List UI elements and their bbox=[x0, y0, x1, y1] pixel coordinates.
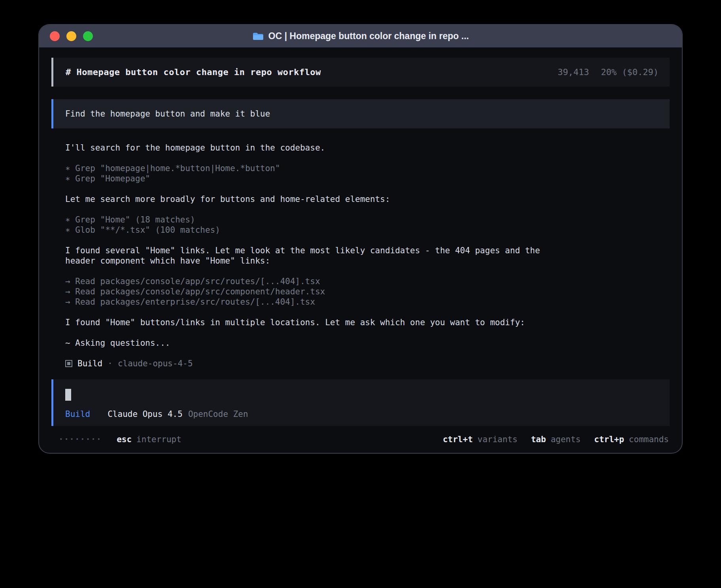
traffic-lights bbox=[50, 25, 93, 47]
context-usage: 20% ($0.29) bbox=[601, 67, 659, 77]
tool-call-read: → Read packages/enterprise/src/routes/[.… bbox=[65, 297, 557, 307]
terminal-content: # Homepage button color change in repo w… bbox=[39, 47, 682, 453]
tool-call-read: → Read packages/console/app/src/componen… bbox=[65, 286, 557, 297]
token-count: 39,413 bbox=[558, 67, 589, 77]
assistant-paragraph: Let me search more broadly for buttons a… bbox=[65, 194, 557, 204]
text-cursor-icon bbox=[65, 389, 71, 401]
agent-separator: · bbox=[108, 358, 113, 369]
agent-status-row: Build · claude-opus-4-5 bbox=[65, 358, 670, 369]
agent-mode-label[interactable]: Build bbox=[65, 409, 90, 419]
close-button[interactable] bbox=[50, 31, 60, 41]
shortcut-variants: ctrl+t variants bbox=[443, 435, 517, 444]
folder-icon bbox=[252, 32, 263, 41]
interrupt-key: esc bbox=[117, 435, 132, 444]
tool-call-group: ∗ Grep "Home" (18 matches) ∗ Glob "**/*.… bbox=[65, 215, 557, 235]
minimize-button[interactable] bbox=[66, 31, 76, 41]
window-title: OC | Homepage button color change in rep… bbox=[268, 31, 469, 41]
interrupt-hint: esc interrupt bbox=[117, 435, 181, 444]
agent-icon bbox=[65, 360, 72, 367]
activity-dots-icon: ········ bbox=[59, 435, 102, 444]
user-message-text: Find the homepage button and make it blu… bbox=[65, 109, 270, 119]
assistant-response: I'll search for the homepage button in t… bbox=[51, 143, 670, 369]
shortcut-label: agents bbox=[551, 435, 581, 444]
tool-call-grep: ∗ Grep "Homepage" bbox=[65, 173, 557, 184]
input-meta-bar: Build Claude Opus 4.5 OpenCode Zen bbox=[65, 409, 659, 419]
tool-call-group: ∗ Grep "homepage|home.*button|Home.*butt… bbox=[65, 163, 557, 184]
assistant-paragraph: I found several "Home" links. Let me loo… bbox=[65, 245, 557, 266]
zoom-button[interactable] bbox=[83, 31, 93, 41]
tool-call-grep: ∗ Grep "homepage|home.*button|Home.*butt… bbox=[65, 163, 557, 173]
tool-call-glob: ∗ Glob "**/*.tsx" (100 matches) bbox=[65, 225, 557, 235]
assistant-activity: ~ Asking questions... bbox=[65, 338, 557, 348]
window-title-group: OC | Homepage button color change in rep… bbox=[252, 31, 469, 41]
shortcut-key: ctrl+t bbox=[443, 435, 473, 444]
shortcut-key: tab bbox=[531, 435, 546, 444]
session-header: # Homepage button color change in repo w… bbox=[51, 58, 670, 87]
session-stats: 39,413 20% ($0.29) bbox=[558, 67, 659, 77]
tool-call-grep: ∗ Grep "Home" (18 matches) bbox=[65, 215, 557, 225]
shortcut-hints: ctrl+t variants tab agents ctrl+p comman… bbox=[434, 435, 669, 444]
tool-call-group: → Read packages/console/app/src/routes/[… bbox=[65, 276, 557, 307]
shortcut-label: commands bbox=[629, 435, 669, 444]
agent-name: Build bbox=[77, 358, 102, 369]
shortcut-commands: ctrl+p commands bbox=[594, 435, 669, 444]
assistant-paragraph: I'll search for the homepage button in t… bbox=[65, 143, 557, 153]
session-title: # Homepage button color change in repo w… bbox=[66, 67, 321, 77]
prompt-input[interactable]: Build Claude Opus 4.5 OpenCode Zen bbox=[51, 379, 670, 426]
provider-label: OpenCode Zen bbox=[188, 409, 248, 419]
agent-model: claude-opus-4-5 bbox=[118, 358, 193, 369]
window-titlebar[interactable]: OC | Homepage button color change in rep… bbox=[39, 25, 682, 47]
shortcut-key: ctrl+p bbox=[594, 435, 624, 444]
interrupt-label: interrupt bbox=[136, 435, 181, 444]
terminal-window: OC | Homepage button color change in rep… bbox=[39, 25, 682, 453]
shortcut-agents: tab agents bbox=[531, 435, 581, 444]
model-label[interactable]: Claude Opus 4.5 bbox=[108, 409, 183, 419]
tool-call-read: → Read packages/console/app/src/routes/[… bbox=[65, 276, 557, 286]
shortcut-label: variants bbox=[478, 435, 517, 444]
status-bar: ········ esc interrupt ctrl+t variants t… bbox=[51, 435, 670, 444]
user-message: Find the homepage button and make it blu… bbox=[51, 99, 670, 128]
assistant-paragraph: I found "Home" buttons/links in multiple… bbox=[65, 317, 557, 328]
